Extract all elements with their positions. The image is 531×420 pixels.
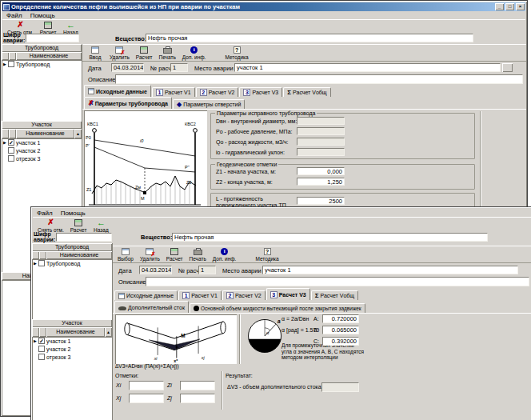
cipher-input[interactable] [26,34,79,42]
subtab-main-volume[interactable]: Основной объем жидкости вытекающий после… [190,303,365,313]
front-toolbar: ✗ Снять отм. Расчет ← Назад [33,217,531,230]
pipeline-checkbox[interactable] [38,260,45,266]
tab-calc-vtotal[interactable]: Σ Расчет Vобщ [311,290,358,300]
sagging-pipe-diagram: хi х* хj M [115,314,235,362]
place-picker-button[interactable] [502,63,513,72]
tab-calc-v2[interactable]: 2 Расчет V2 [196,87,239,97]
print-button[interactable]: Печать [186,246,210,262]
calc-number-input[interactable]: 1 [198,266,216,274]
section-row[interactable]: отрезок 3 [32,353,112,361]
inner-diameter-input[interactable] [297,117,345,125]
extra-info-button[interactable]: i Доп. инф. [210,246,240,262]
z2-input[interactable]: 1,250 [297,178,345,186]
coef-a-input[interactable]: 0.720000 [322,314,359,323]
working-pressure-input[interactable] [297,127,345,135]
subtab-hole-params[interactable]: ◆ Параметры отверстий [173,99,245,109]
section-row[interactable]: отрезок 3 [2,154,82,162]
calc-number-input[interactable]: 1 [170,63,188,72]
subtab-additional-outflow[interactable]: Дополнительный сток [114,301,189,313]
section-checkbox[interactable] [38,346,45,352]
xstar-label: х* [174,358,178,362]
tab-calc-v1[interactable]: 1 Расчет V1 [178,290,222,300]
front-subtabs: Дополнительный сток Основной объем жидко… [114,301,366,313]
calculate-button[interactable]: Расчет [67,218,90,233]
coef-b-input[interactable]: 0.065000 [322,326,359,334]
delete-button[interactable]: ✗ Удалить [106,45,133,60]
description-input[interactable] [146,277,529,286]
length-input[interactable]: 2500 [297,197,345,205]
extra-info-button[interactable]: i Доп. инф. [179,45,210,60]
menu-help[interactable]: Помощь [57,209,90,218]
substance-input[interactable]: Нефть прочая [172,233,488,242]
back-button[interactable]: ← Назад [90,218,112,233]
scroll-up-button[interactable]: ▲ [74,129,82,138]
place-input[interactable]: участок 1 [234,63,501,72]
date-label: Дата [88,65,102,72]
description-label: Описание [88,76,116,83]
tab-source-data[interactable]: Исходные данные [114,290,178,300]
tab-calc-vtotal[interactable]: Σ Расчет Vобщ [283,87,330,97]
tab-calc-v1[interactable]: 1 Расчет V1 [152,87,195,97]
menu-help[interactable]: Помощь [26,11,59,20]
section-row[interactable]: участок 2 [32,345,112,353]
place-input[interactable]: участок 1 [262,266,518,274]
pipeline-row[interactable]: ▶ Трубопровод [32,259,112,267]
close-button[interactable]: × [516,3,525,10]
section-checkbox[interactable] [8,147,14,154]
name-column-header[interactable]: Наименование [16,52,82,60]
minimize-button[interactable]: _ [495,3,504,10]
section-row[interactable]: ▶ ✓ участок 1 [2,138,82,146]
result-output[interactable] [321,382,359,392]
calc-button[interactable]: Расчет [133,45,156,60]
front-main-panel: Выбор ✗ Удалить Расчет Печать i Доп. инф… [112,243,531,420]
date-input[interactable]: 04.03.2014 [111,63,144,72]
name-column-header[interactable]: Наименование [46,327,105,337]
red-x-icon: ✗ [17,21,23,29]
pipeline-checkbox[interactable] [8,61,14,67]
subtab-pipeline-params[interactable]: ✗ Параметры трубопровода [84,97,172,109]
back-tabs: Исходные данные 1 Расчет V1 2 Расчет V2 … [84,85,332,97]
back-titlebar[interactable]: Определение количества нефти вылившейся … [2,2,525,11]
scroll-up-button[interactable]: ▲ [105,327,112,337]
name-column-header[interactable]: Наименование [16,129,74,138]
method-button[interactable]: ? Методика [252,246,281,262]
x2-label: Хj [116,395,121,401]
delete-button[interactable]: ✗ Удалить [137,246,163,262]
z2-input[interactable] [180,394,215,403]
date-input[interactable]: 04.03.2014 [139,266,172,274]
input-button[interactable]: Ввод [84,45,106,60]
x1-input[interactable] [129,381,164,390]
section-row[interactable]: участок 2 [2,146,82,154]
print-button[interactable]: Печать [156,45,179,60]
x2-input[interactable] [129,394,164,403]
cipher-input[interactable] [56,233,112,242]
alpha-label: α [266,330,269,335]
z1-input[interactable] [180,381,215,390]
pipeline-row[interactable]: ▶ Трубопровод [2,60,82,68]
zm-label: Zм [135,185,141,190]
name-column-header[interactable]: Наименование [46,251,112,259]
flow-rate-input[interactable] [297,138,345,146]
section-checkbox[interactable]: ✓ [38,338,45,344]
z1-input[interactable]: 0,000 [297,167,345,175]
tab-calc-v2[interactable]: 2 Расчет V2 [222,290,266,300]
back-arrow-icon: ← [97,218,106,226]
section-checkbox[interactable] [38,354,45,360]
menu-file[interactable]: Файл [33,209,57,218]
section-checkbox[interactable] [8,155,14,162]
menu-file[interactable]: Файл [2,11,26,20]
calc-button[interactable]: Расчет [163,246,186,262]
hydraulic-slope-input[interactable] [297,148,345,156]
substance-input[interactable]: Нефть прочая [146,34,473,42]
a-label: a [277,318,281,324]
description-input[interactable] [115,74,523,84]
tab-source-data[interactable]: Исходные данные [84,85,151,97]
coef-c-input[interactable]: 0.392000 [322,337,359,346]
section-row[interactable]: ▶ ✓ участок 1 [32,337,112,345]
maximize-button[interactable]: □ [505,3,514,10]
tab-calc-v3[interactable]: 3 Расчет V3 [239,87,282,97]
choose-button[interactable]: Выбор [114,246,137,262]
tab-calc-v3[interactable]: 3 Расчет V3 [266,288,310,300]
section-checkbox[interactable]: ✓ [8,139,14,146]
method-button[interactable]: ? Методика [222,45,251,60]
